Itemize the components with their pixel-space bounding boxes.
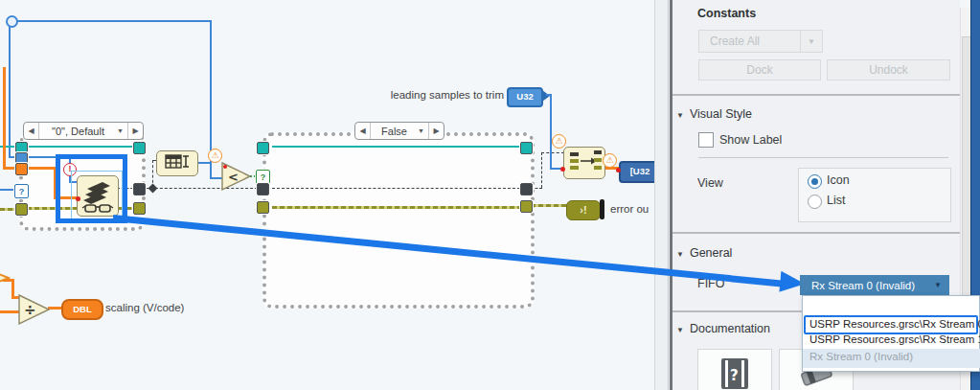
warning-badge-icon-3: ⚠ <box>603 153 617 168</box>
selection-highlight-box <box>56 154 127 223</box>
case-1-selector-label[interactable]: "0", Default <box>39 126 117 137</box>
tunnel-error-right[interactable] <box>133 202 146 215</box>
u32-terminal-arrow-icon <box>542 90 550 102</box>
view-label: View <box>697 176 723 190</box>
wire-u32-v[interactable] <box>550 94 552 170</box>
trim-samples-node[interactable] <box>563 147 605 179</box>
wire-teal-case2[interactable] <box>272 146 525 148</box>
wire-blue-node2-out[interactable] <box>196 162 212 164</box>
wire-error-out-seg[interactable] <box>531 204 567 207</box>
wire-orange-left-elbow[interactable] <box>3 167 16 170</box>
fifo-dropdown-arrow-icon: ▼ <box>934 281 949 289</box>
clipped-node[interactable] <box>0 267 11 292</box>
u32-control-terminal[interactable]: U32 <box>507 87 543 107</box>
list-radio-label[interactable]: List <box>827 194 845 207</box>
scaling-label[interactable]: scaling (V/code) <box>105 302 184 313</box>
case-2-selector[interactable]: ◀ False ▼ ▶ <box>354 122 444 140</box>
case-1-prev-button[interactable]: ◀ <box>24 123 39 139</box>
create-all-dropdown-icon[interactable]: ▼ <box>800 30 823 53</box>
wire-teal-case1[interactable] <box>27 146 138 148</box>
tunnel-teal-case2-left[interactable] <box>257 142 269 154</box>
dropdown-option-3[interactable]: Rx Stream 0 (Invalid) <box>803 349 980 368</box>
case-structure-2[interactable] <box>262 132 535 309</box>
error-out-label[interactable]: error ou <box>610 203 649 215</box>
broken-input-dot-2 <box>223 165 227 169</box>
wire-orange-case1-h[interactable] <box>27 167 57 170</box>
documentation-header[interactable]: ▼Documentation <box>676 322 770 335</box>
wire-error-in[interactable] <box>0 208 16 211</box>
tunnel-question-left[interactable]: ? <box>14 184 29 198</box>
case-2-prev-button[interactable]: ◀ <box>355 123 371 139</box>
wire-dashed-out-h[interactable] <box>541 152 564 153</box>
splitter-line-2 <box>668 0 669 390</box>
svg-text:<: < <box>228 170 239 184</box>
list-radio[interactable] <box>808 195 822 209</box>
block-diagram-canvas[interactable]: ◀ "0", Default ▼ ▶ ? <box>0 0 654 390</box>
tunnel-variant-right[interactable] <box>133 183 146 195</box>
collapse-icon-1[interactable]: ▼ <box>676 111 684 120</box>
fifo-dropdown-list: USRP Resources.grsc\Rx Stream 0 USRP Res… <box>802 295 980 372</box>
create-all-combo[interactable]: Create All <box>698 30 810 53</box>
dropdown-row-empty[interactable] <box>803 296 979 314</box>
array-size-icon <box>157 151 197 175</box>
array-size-node[interactable] <box>156 150 198 176</box>
case-1-selector[interactable]: ◀ "0", Default ▼ ▶ <box>23 122 144 140</box>
show-label-checkbox[interactable] <box>698 132 714 148</box>
icon-radio-label[interactable]: Icon <box>827 173 850 187</box>
case-2-dropdown-icon[interactable]: ▼ <box>418 127 428 134</box>
warning-badge-icon: ⚠ <box>208 149 222 163</box>
undock-button[interactable]: Undock <box>827 59 950 80</box>
help-book-icon: ? <box>698 350 771 390</box>
fifo-dropdown-value: Rx Stream 0 (Invalid) <box>800 280 934 291</box>
wire-dashed-out-v[interactable] <box>541 152 542 188</box>
tunnel-orange-left[interactable] <box>15 163 28 175</box>
collapse-icon-2[interactable]: ▼ <box>676 250 684 259</box>
collapse-icon-3[interactable]: ▼ <box>676 326 684 334</box>
case-1-dropdown-icon[interactable]: ▼ <box>117 127 127 134</box>
u32-array-terminal[interactable]: [U32 <box>619 161 654 183</box>
error-out-node[interactable]: ›! <box>566 200 601 220</box>
wire-error-case2[interactable] <box>272 206 525 209</box>
visual-style-header[interactable]: ▼Visual Style <box>676 107 752 121</box>
trim-samples-icon <box>564 148 604 178</box>
tunnel-boolean-case2[interactable]: ? <box>256 170 270 184</box>
divide-node[interactable]: ÷ <box>17 292 52 331</box>
tunnel-variant-case2-right[interactable] <box>520 183 533 195</box>
fifo-dropdown-button[interactable]: Rx Stream 0 (Invalid) ▼ <box>800 275 949 295</box>
tunnel-error-case2-right[interactable] <box>520 200 533 213</box>
tunnel-variant-case2-left[interactable] <box>257 183 269 195</box>
broken-input-dot-3 <box>560 167 565 172</box>
case-1-next-button[interactable]: ▶ <box>127 123 143 139</box>
svg-text:÷: ÷ <box>24 302 36 319</box>
wire-blue-left-vertical[interactable] <box>9 26 11 157</box>
labview-editor-window: ◀ "0", Default ▼ ▶ ? <box>0 0 980 390</box>
wire-blue-top[interactable] <box>11 20 212 22</box>
tunnel-error-case2-left[interactable] <box>257 201 269 214</box>
dock-button[interactable]: Dock <box>698 59 821 80</box>
concepts-button[interactable]: ? <box>697 349 772 390</box>
icon-radio[interactable] <box>808 174 822 189</box>
panel-splitter[interactable] <box>655 0 668 390</box>
tunnel-teal-case2-right[interactable] <box>520 142 533 154</box>
section-divider-2 <box>672 232 960 234</box>
broken-input-dot-4 <box>616 168 621 172</box>
warning-badge-icon-2: ⚠ <box>552 134 566 149</box>
case-2-selector-label[interactable]: False <box>371 126 418 137</box>
general-header[interactable]: ▼General <box>676 246 732 260</box>
wire-blue-q-in[interactable] <box>0 189 15 191</box>
view-radio-group <box>798 168 951 222</box>
dropdown-option-2[interactable]: USRP Resources.grsc\Rx Stream 1 <box>809 333 978 349</box>
dropdown-option-1[interactable]: USRP Resources.grsc\Rx Stream 0 <box>804 315 978 334</box>
section-divider-1 <box>672 94 960 96</box>
svg-text:?: ? <box>730 367 739 384</box>
tunnel-teal-right[interactable] <box>133 142 146 154</box>
wire-junction-diamond <box>148 184 158 194</box>
leading-samples-label[interactable]: leading samples to trim <box>374 89 504 101</box>
case-2-next-button[interactable]: ▶ <box>428 123 444 139</box>
wire-junction-dot <box>6 15 18 28</box>
wire-dashed-case2[interactable] <box>272 188 525 189</box>
constants-title: Constants <box>697 7 756 20</box>
wire-orange-left-vertical[interactable] <box>3 67 6 169</box>
tunnel-error-left[interactable] <box>15 203 28 216</box>
dbl-indicator-terminal[interactable]: DBL <box>61 299 103 320</box>
